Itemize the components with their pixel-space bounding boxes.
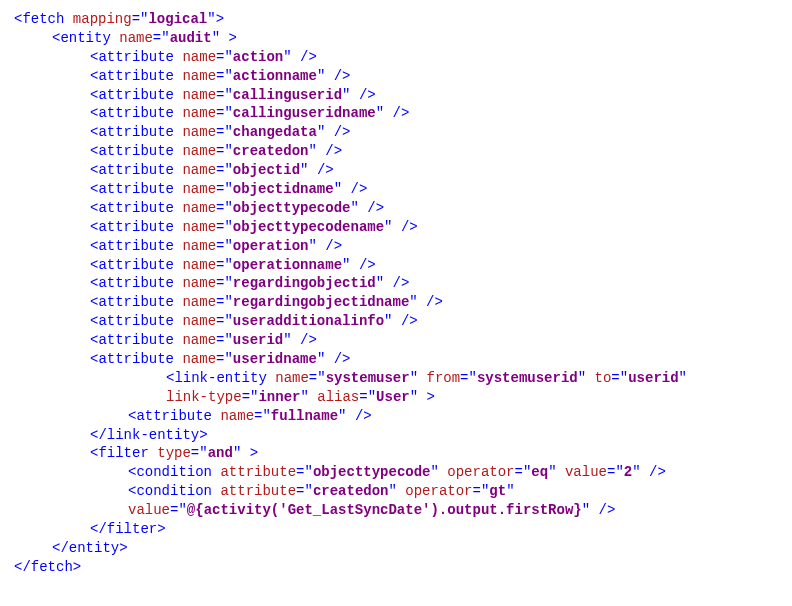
line: <attribute name="operationname" /> [14,256,778,275]
line: <attribute name="fullname" /> [14,407,778,426]
line: <condition attribute="createdon" operato… [14,482,778,501]
line: <condition attribute="objecttypecode" op… [14,463,778,482]
line: <attribute name="createdon" /> [14,142,778,161]
line: <attribute name="callinguserid" /> [14,86,778,105]
line: <attribute name="operation" /> [14,237,778,256]
line: <attribute name="userid" /> [14,331,778,350]
line: link-type="inner" alias="User" > [14,388,778,407]
line: <filter type="and" > [14,444,778,463]
line: value="@{activity('Get_LastSyncDate').ou… [14,501,778,520]
line: <attribute name="action" /> [14,48,778,67]
line: <attribute name="actionname" /> [14,67,778,86]
line: <fetch mapping="logical"> [14,10,778,29]
line: </entity> [14,539,778,558]
line: </link-entity> [14,426,778,445]
line: <attribute name="changedata" /> [14,123,778,142]
line: <attribute name="regardingobjectid" /> [14,274,778,293]
line: </filter> [14,520,778,539]
code-block: <fetch mapping="logical"> <entity name="… [14,10,778,577]
line: <attribute name="objectidname" /> [14,180,778,199]
line: <attribute name="objecttypecodename" /> [14,218,778,237]
line: <attribute name="objectid" /> [14,161,778,180]
line: <attribute name="useradditionalinfo" /> [14,312,778,331]
line: <entity name="audit" > [14,29,778,48]
line: <link-entity name="systemuser" from="sys… [14,369,778,388]
line: <attribute name="callinguseridname" /> [14,104,778,123]
line: <attribute name="objecttypecode" /> [14,199,778,218]
line: <attribute name="regardingobjectidname" … [14,293,778,312]
line: <attribute name="useridname" /> [14,350,778,369]
line: </fetch> [14,558,778,577]
